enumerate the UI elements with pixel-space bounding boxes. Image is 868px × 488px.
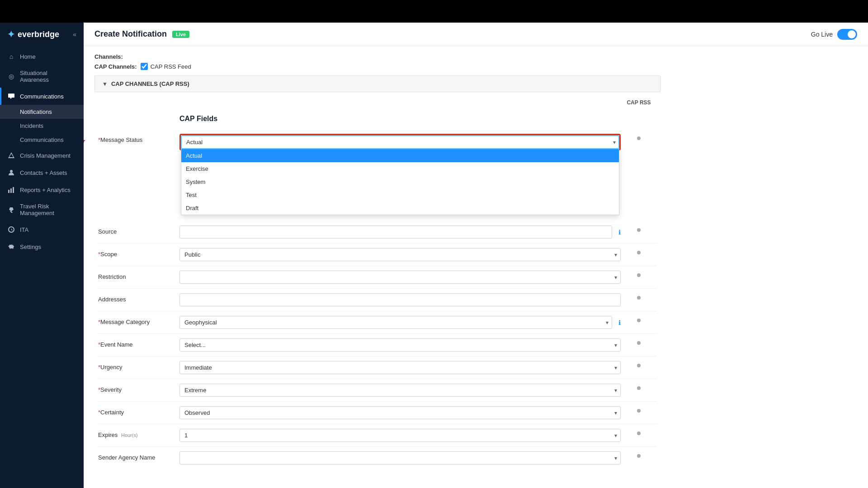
cap-rss-checkbox-item: CAP RSS Feed	[141, 63, 191, 70]
sidebar-item-ita[interactable]: ITA	[0, 221, 84, 238]
sidebar-item-crisis-management[interactable]: Crisis Management	[0, 147, 84, 164]
sidebar: ✦ everbridge « ⌂ Home ◎ Situational Awar…	[0, 23, 84, 488]
addresses-cap-rss-col	[621, 293, 657, 300]
sidebar-item-communications-sub[interactable]: Communications	[0, 133, 84, 147]
sidebar-item-travel-risk[interactable]: Travel Risk Management	[0, 198, 84, 221]
sidebar-item-situational-awareness[interactable]: ◎ Situational Awareness	[0, 65, 84, 88]
addresses-cap-rss-dot	[637, 296, 641, 300]
scope-control: Public Restricted Private ▾	[179, 248, 621, 261]
expires-cap-rss-dot	[637, 432, 641, 435]
expires-label: Expires Hour(s)	[98, 429, 179, 438]
message-category-cap-rss-dot	[637, 319, 641, 322]
addresses-control	[179, 293, 621, 306]
cap-fields-section: CAP RSS CAP Fields	[94, 99, 660, 469]
home-icon: ⌂	[7, 52, 15, 61]
header-right: Go Live	[811, 29, 857, 40]
active-bar	[0, 88, 1, 105]
message-category-control: Geophysical ▾ ℹ	[179, 316, 621, 329]
message-status-highlight-wrapper: Actual Exercise System Test Draft ▾	[179, 134, 621, 150]
dropdown-option-exercise[interactable]: Exercise	[181, 162, 619, 175]
communications-icon	[7, 92, 15, 100]
message-category-label: *Message Category	[98, 316, 179, 325]
sidebar-item-notifications-label: Notifications	[20, 108, 52, 115]
sender-agency-control: ▾	[179, 451, 621, 465]
scope-cap-rss-col	[621, 248, 657, 254]
expires-select[interactable]: 1 2 3 6 12 24	[179, 429, 621, 442]
restriction-select[interactable]	[179, 271, 621, 284]
sidebar-item-incidents[interactable]: Incidents	[0, 119, 84, 133]
scope-row: *Scope Public Restricted Private ▾	[98, 244, 657, 266]
cap-channels-label: CAP Channels:	[94, 63, 137, 70]
accordion-cap-channels[interactable]: ▼ CAP CHANNELS (CAP RSS)	[94, 75, 660, 92]
message-status-dropdown-menu: Actual Exercise System Test Draft	[181, 149, 619, 215]
dropdown-option-test[interactable]: Test	[181, 188, 619, 202]
sidebar-item-notifications[interactable]: Notifications	[0, 105, 84, 119]
svg-point-0	[10, 170, 13, 173]
urgency-select[interactable]: Immediate	[179, 361, 621, 374]
expires-cap-rss-col	[621, 429, 657, 435]
certainty-control: Observed ▾	[179, 406, 621, 419]
sidebar-item-communications-sub-label: Communications	[20, 136, 64, 143]
message-status-label: *Message Status	[98, 134, 179, 143]
live-badge: Live	[172, 31, 189, 38]
dropdown-option-system[interactable]: System	[181, 175, 619, 188]
page-title: Create Notification	[94, 29, 167, 39]
sidebar-item-communications-label: Communications	[20, 93, 64, 100]
logo-label: everbridge	[18, 30, 59, 39]
restriction-control: ▾	[179, 271, 621, 284]
message-category-cap-rss-col	[621, 316, 657, 322]
severity-row: *Severity Extreme ▾	[98, 379, 657, 402]
dropdown-option-actual[interactable]: Actual	[181, 149, 619, 162]
ita-icon	[7, 225, 15, 234]
message-status-select[interactable]: Actual Exercise System Test Draft	[181, 135, 619, 149]
message-category-row: *Message Category Geophysical ▾ ℹ	[98, 311, 657, 334]
collapse-button[interactable]: «	[73, 31, 76, 38]
go-live-toggle[interactable]	[837, 29, 857, 40]
logo-icon: ✦	[7, 29, 15, 40]
message-category-select[interactable]: Geophysical	[179, 316, 612, 329]
restriction-cap-rss-col	[621, 271, 657, 277]
sidebar-item-reports-analytics[interactable]: Reports + Analytics	[0, 181, 84, 198]
cap-rss-feed-label: CAP RSS Feed	[151, 63, 191, 70]
travel-risk-icon	[7, 206, 15, 214]
certainty-select[interactable]: Observed	[179, 406, 621, 419]
restriction-label: Restriction	[98, 271, 179, 280]
cap-rss-checkbox[interactable]	[141, 63, 148, 70]
addresses-input[interactable]	[179, 293, 621, 306]
crisis-management-icon	[7, 151, 15, 160]
sidebar-item-contacts-assets[interactable]: Contacts + Assets	[0, 164, 84, 181]
addresses-label: Addresses	[98, 293, 179, 303]
accordion-label: CAP CHANNELS (CAP RSS)	[111, 80, 189, 87]
event-name-row: *Event Name Select... ▾	[98, 334, 657, 357]
urgency-control: Immediate ▾	[179, 361, 621, 374]
message-category-info-icon[interactable]: ℹ	[618, 319, 621, 326]
source-label: Source	[98, 225, 179, 235]
svg-rect-1	[8, 190, 9, 193]
sender-agency-cap-rss-col	[621, 451, 657, 458]
severity-control: Extreme ▾	[179, 384, 621, 397]
sidebar-item-settings[interactable]: Settings	[0, 238, 84, 255]
dropdown-option-draft[interactable]: Draft	[181, 202, 619, 215]
sidebar-item-situational-awareness-label: Situational Awareness	[20, 70, 76, 83]
message-status-row: *Message Status Actual Exercise System T…	[98, 129, 657, 155]
contacts-assets-icon	[7, 169, 15, 177]
event-name-cap-rss-col	[621, 338, 657, 345]
source-input[interactable]	[179, 225, 612, 239]
expires-control: 1 2 3 6 12 24 ▾	[179, 429, 621, 442]
sidebar-item-communications[interactable]: Communications	[0, 88, 84, 105]
message-status-control: Actual Exercise System Test Draft ▾	[179, 134, 621, 151]
source-cap-rss-dot	[637, 228, 641, 232]
content-area: Channels: CAP Channels: CAP RSS Feed ▼ C…	[84, 46, 868, 488]
sender-agency-select[interactable]	[179, 451, 621, 465]
sidebar-item-home[interactable]: ⌂ Home	[0, 48, 84, 65]
urgency-row: *Urgency Immediate ▾	[98, 357, 657, 379]
event-name-select[interactable]: Select...	[179, 338, 621, 352]
sidebar-item-reports-analytics-label: Reports + Analytics	[20, 187, 71, 193]
accordion-chevron-icon: ▼	[102, 81, 108, 87]
severity-cap-rss-dot	[637, 386, 641, 390]
severity-label: *Severity	[98, 384, 179, 393]
source-info-icon[interactable]: ℹ	[618, 229, 621, 236]
severity-select[interactable]: Extreme	[179, 384, 621, 397]
sidebar-logo-area: ✦ everbridge «	[0, 23, 84, 44]
scope-select[interactable]: Public Restricted Private	[179, 248, 621, 261]
